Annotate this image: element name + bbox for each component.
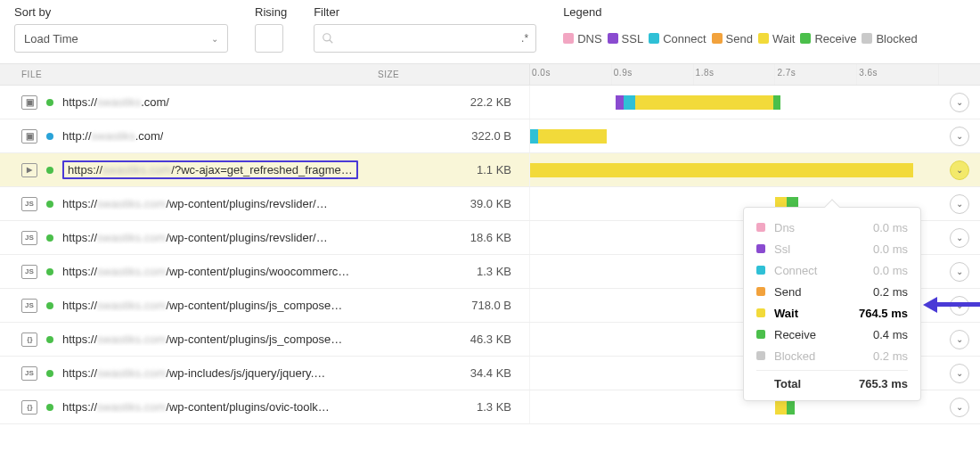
legend-label: Wait — [772, 32, 796, 45]
tooltip-swatch — [756, 244, 765, 253]
filter-input-wrap[interactable]: .* — [314, 24, 536, 53]
legend-swatch — [862, 33, 872, 44]
chevron-down-icon: ⌄ — [956, 368, 963, 378]
expand-button[interactable]: ⌄ — [950, 398, 969, 417]
expand-button[interactable]: ⌄ — [950, 364, 969, 383]
expand-cell: ⌄ — [939, 194, 980, 214]
search-icon — [322, 32, 334, 45]
request-url[interactable]: https://swastiks.com/wp-includes/js/jque… — [62, 366, 325, 380]
tooltip-label: Dns — [774, 221, 847, 234]
request-url[interactable]: https://swastiks.com/?wc-ajax=get_refres… — [62, 160, 358, 179]
request-url[interactable]: https://swastiks.com/wp-content/plugins/… — [62, 299, 342, 312]
chevron-down-icon: ⌄ — [956, 267, 963, 276]
chevron-down-icon: ⌄ — [956, 233, 963, 242]
chevron-down-icon: ⌄ — [956, 165, 963, 175]
waterfall-bar[interactable] — [616, 95, 780, 110]
request-url[interactable]: https://swastiks.com/wp-content/plugins/… — [62, 400, 330, 414]
col-file[interactable]: FILE — [21, 70, 378, 79]
expand-cell: ⌄ — [939, 93, 980, 112]
status-dot — [46, 404, 53, 411]
status-dot — [46, 133, 53, 140]
timeline-cell — [529, 153, 939, 186]
js-icon — [21, 265, 37, 279]
rising-toggle[interactable] — [255, 24, 283, 53]
legend-swatch — [758, 33, 769, 44]
rising-label: Rising — [255, 5, 287, 19]
tooltip-total-row: Total 765.3 ms — [756, 370, 908, 391]
tooltip-label: Blocked — [774, 349, 847, 363]
table-row[interactable]: https://swastiks.com/?wc-ajax=get_refres… — [0, 153, 980, 187]
request-url[interactable]: https://swastiks.com/wp-content/plugins/… — [62, 265, 349, 278]
status-dot — [46, 201, 53, 208]
status-dot — [46, 268, 53, 275]
bar-segment — [530, 163, 913, 177]
sort-select[interactable]: Load Time ⌄ — [14, 24, 228, 53]
file-cell: https://swastiks.com/wp-content/plugins/… — [21, 333, 378, 347]
expand-cell: ⌄ — [939, 228, 980, 248]
legend-swatch — [563, 33, 574, 44]
tooltip-value: 0.2 ms — [856, 285, 908, 299]
annotation-arrow — [925, 297, 980, 311]
legend-swatch — [649, 33, 659, 44]
col-size[interactable]: SIZE — [378, 70, 529, 79]
tooltip-swatch — [756, 330, 765, 339]
tooltip-label: Wait — [774, 307, 847, 320]
request-url[interactable]: https://swastiks.com/wp-content/plugins/… — [62, 333, 342, 346]
expand-cell: ⌄ — [939, 330, 980, 349]
timeline-cell — [529, 119, 939, 152]
chevron-down-icon: ⌄ — [956, 199, 963, 209]
js-icon — [21, 197, 37, 211]
chevron-down-icon: ⌄ — [211, 34, 218, 44]
request-url[interactable]: https://swastiks.com/wp-content/plugins/… — [62, 197, 328, 210]
sort-value: Load Time — [24, 32, 78, 45]
expand-button[interactable]: ⌄ — [950, 330, 969, 349]
legend-item-receive[interactable]: Receive — [800, 32, 856, 45]
legend-item-blocked[interactable]: Blocked — [862, 32, 917, 45]
tooltip-swatch — [756, 223, 765, 232]
regex-hint: .* — [521, 32, 528, 45]
expand-button[interactable]: ⌄ — [950, 262, 969, 282]
expand-button[interactable]: ⌄ — [950, 160, 969, 180]
legend-label: DNS — [577, 32, 601, 45]
tooltip-value: 764.5 ms — [856, 307, 908, 320]
request-url[interactable]: https://swastiks.com/wp-content/plugins/… — [62, 231, 328, 244]
legend-title: Legend — [563, 5, 966, 19]
legend-item-ssl[interactable]: SSL — [608, 32, 644, 45]
svg-point-0 — [323, 34, 331, 41]
table-row[interactable]: http://swastiks.com/322.0 B⌄ — [0, 119, 980, 153]
expand-button[interactable]: ⌄ — [950, 228, 969, 248]
expand-button[interactable]: ⌄ — [950, 194, 969, 214]
expand-button[interactable]: ⌄ — [950, 127, 969, 146]
legend-item-wait[interactable]: Wait — [758, 32, 796, 45]
svg-line-1 — [330, 40, 333, 44]
table-row[interactable]: https://swastiks.com/22.2 KB⌄ — [0, 86, 980, 119]
waterfall-bar[interactable] — [530, 129, 607, 144]
bar-segment — [530, 129, 538, 144]
legend-label: Send — [726, 32, 753, 45]
chevron-down-icon: ⌄ — [956, 402, 963, 412]
legend-item-connect[interactable]: Connect — [649, 32, 706, 45]
waterfall-bar[interactable] — [775, 400, 794, 415]
tooltip-label: Receive — [774, 328, 847, 341]
js-icon — [21, 299, 37, 313]
legend-item-send[interactable]: Send — [712, 32, 753, 45]
request-url[interactable]: https://swastiks.com/ — [62, 95, 169, 109]
legend-swatch — [800, 33, 811, 44]
chevron-down-icon: ⌄ — [956, 334, 963, 344]
request-url[interactable]: http://swastiks.com/ — [62, 129, 163, 143]
file-cell: https://swastiks.com/ — [21, 95, 378, 110]
waterfall-bar[interactable] — [530, 163, 913, 177]
size-cell: 46.3 KB — [378, 333, 529, 346]
json-icon — [21, 400, 37, 415]
table-header: FILE SIZE 0.0s0.9s1.8s2.7s3.6s — [0, 64, 980, 86]
legend-group: Legend DNSSSLConnectSendWaitReceiveBlock… — [563, 5, 966, 53]
size-cell: 1.3 KB — [378, 265, 529, 278]
status-dot — [46, 167, 53, 174]
timeline-tick: 3.6s — [857, 64, 939, 85]
status-dot — [46, 370, 53, 377]
tooltip-row-blocked: Blocked 0.2 ms — [756, 345, 908, 366]
filter-input[interactable] — [339, 32, 518, 45]
expand-button[interactable]: ⌄ — [950, 93, 969, 112]
expand-cell: ⌄ — [939, 364, 980, 383]
legend-item-dns[interactable]: DNS — [563, 32, 601, 45]
